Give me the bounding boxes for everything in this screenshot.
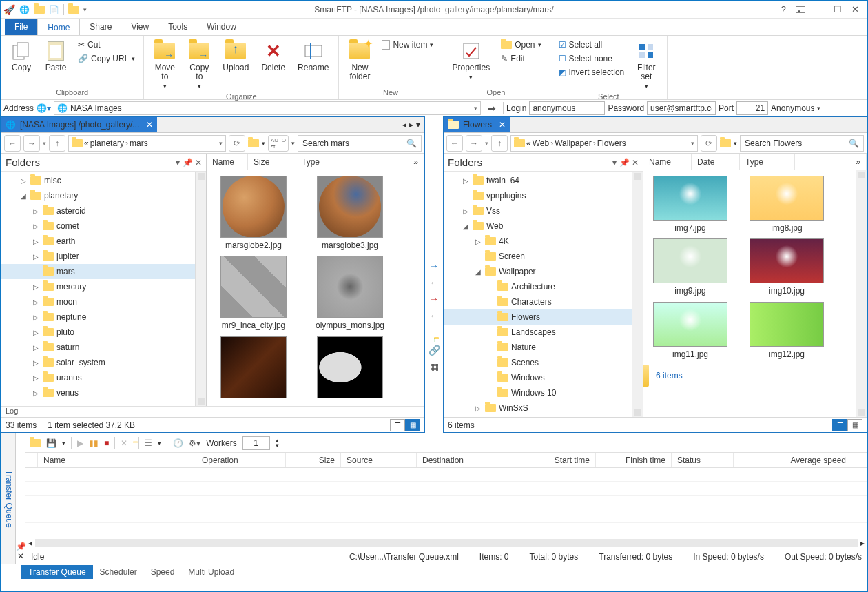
delete-button[interactable]: ✕Delete	[257, 39, 289, 74]
select-all-button[interactable]: ☑Select all	[556, 39, 628, 51]
go-button[interactable]: ➡	[484, 103, 500, 114]
clock-icon[interactable]: 🕐	[173, 438, 183, 448]
edit-button[interactable]: ✎Edit	[498, 52, 544, 65]
tab-home[interactable]: Home	[37, 19, 80, 35]
list-item[interactable]: img12.jpg	[745, 302, 828, 359]
view-details-button[interactable]: ☰	[390, 419, 405, 431]
history-dropdown[interactable]: ▾	[485, 140, 488, 147]
tree-item[interactable]: ◢Wallpaper	[444, 264, 632, 279]
tree-item[interactable]: ▷asteroid	[1, 203, 195, 218]
checklist-icon[interactable]: ☰	[145, 438, 152, 448]
password-field[interactable]	[647, 101, 716, 115]
forward-button[interactable]: →	[23, 135, 40, 152]
pin-icon[interactable]: 📌	[16, 542, 26, 551]
tab-multi-upload[interactable]: Multi Upload	[181, 565, 241, 579]
tree-item[interactable]: ▷WinSxS	[444, 400, 632, 416]
list-item[interactable]: marsglobe2.jpg	[212, 176, 295, 250]
tree-item[interactable]: ▷Vss	[444, 203, 632, 218]
thumbnail-grid[interactable]: img7.jpg img8.jpg img9.jpg img10.jpg img…	[643, 170, 856, 417]
tree-item[interactable]: ▷moon	[1, 294, 195, 309]
filter-set-button[interactable]: Filter set▾	[631, 39, 661, 91]
transfer-left-gray-icon[interactable]: ←	[429, 310, 439, 321]
layout-icon[interactable]: ▦	[430, 361, 439, 372]
tab-share[interactable]: Share	[80, 19, 121, 35]
select-none-button[interactable]: ☐Select none	[556, 52, 628, 65]
rename-button[interactable]: Rename	[293, 39, 333, 74]
history-dropdown[interactable]: ▾	[43, 140, 46, 147]
paste-button[interactable]: Paste	[41, 39, 71, 74]
list-item[interactable]: olympus_mons.jpg	[309, 256, 391, 330]
tree-item[interactable]: ◢Web	[444, 218, 632, 234]
open-icon[interactable]	[30, 439, 41, 447]
right-tab[interactable]: Flowers✕	[444, 117, 510, 132]
scrollbar[interactable]	[195, 172, 206, 406]
thumbnail-grid[interactable]: marsglobe2.jpg marsglobe3.jpg mr9_inca_c…	[207, 170, 424, 406]
scrollbar[interactable]	[632, 172, 643, 417]
transfer-right-red-icon[interactable]: →	[429, 294, 439, 305]
scroll-right-icon[interactable]: ▸	[858, 538, 867, 548]
search-input[interactable]: Search mars🔍	[298, 135, 422, 152]
tree-item[interactable]: Nature	[444, 340, 632, 355]
chevron-right-icon[interactable]: ▸	[409, 120, 413, 130]
chevron-left-icon[interactable]: ◂	[402, 120, 406, 130]
anonymous-label[interactable]: Anonymous	[771, 103, 814, 113]
transfer-left-icon[interactable]: ←	[429, 277, 439, 288]
tree-item[interactable]: ◢planetary	[1, 188, 195, 203]
cut-button[interactable]: ✂Cut	[75, 39, 138, 51]
tab-view[interactable]: View	[121, 19, 158, 35]
tree-item[interactable]: Characters	[444, 294, 632, 309]
tree-item[interactable]: Landscapes	[444, 325, 632, 340]
new-folder-button[interactable]: ✦New folder	[344, 39, 375, 83]
list-item[interactable]: img11.jpg	[649, 302, 732, 359]
queue-body[interactable]	[25, 468, 867, 538]
workers-field[interactable]	[242, 436, 270, 450]
column-headers[interactable]: Name Size Type »	[207, 154, 424, 170]
list-item[interactable]	[309, 336, 391, 401]
tab-transfer-queue[interactable]: Transfer Queue	[21, 565, 93, 579]
qat-folder-icon[interactable]	[34, 6, 45, 14]
properties-button[interactable]: Properties▾	[448, 39, 494, 82]
remove-icon[interactable]: ✕	[121, 438, 127, 448]
login-field[interactable]	[529, 101, 605, 115]
tab-scheduler[interactable]: Scheduler	[93, 565, 144, 579]
transfer-queue-vtab[interactable]: Transfer Queue	[1, 433, 16, 564]
tab-tools[interactable]: Tools	[158, 19, 197, 35]
tab-speed[interactable]: Speed	[144, 565, 182, 579]
list-item[interactable]: img8.jpg	[745, 176, 828, 233]
globe-icon[interactable]: 🌐▾	[37, 103, 51, 113]
back-button[interactable]: ←	[4, 135, 21, 152]
stop-icon[interactable]: ■	[104, 438, 109, 448]
tree-item[interactable]: Flowers	[444, 309, 632, 325]
list-item[interactable]: img10.jpg	[745, 238, 828, 296]
auto-button[interactable]: AUTO⇆	[268, 135, 289, 152]
copy-to-button[interactable]: →Copy to▾	[184, 39, 214, 91]
stepper-icon[interactable]: ▴▾	[276, 438, 279, 447]
tree-item[interactable]: Screen	[444, 249, 632, 264]
invert-selection-button[interactable]: ◩Invert selection	[556, 66, 628, 79]
settings-icon[interactable]: ⚙▾	[189, 438, 200, 448]
list-item[interactable]	[212, 336, 295, 401]
port-field[interactable]	[736, 101, 768, 115]
view-thumbs-button[interactable]: ▦	[405, 419, 420, 431]
list-item[interactable]: mr9_inca_city.jpg	[212, 256, 295, 330]
folder-summary[interactable]: 6 items	[649, 365, 732, 387]
new-item-button[interactable]: New item▾	[379, 39, 436, 51]
up-button[interactable]: ↑	[49, 135, 65, 152]
list-item[interactable]: marsglobe3.jpg	[309, 176, 391, 250]
link-panes-icon[interactable]: 🔗	[428, 345, 440, 356]
minimize-button[interactable]: —	[815, 4, 824, 14]
tree-item[interactable]: ▷pluto	[1, 325, 195, 340]
view-thumbs-button[interactable]: ▦	[847, 419, 862, 431]
tree-item[interactable]: ▷jupiter	[1, 249, 195, 264]
save-icon[interactable]: 💾	[46, 438, 56, 448]
queue-columns[interactable]: Name Operation Size Source Destination S…	[25, 453, 867, 468]
refresh-button[interactable]: ⟳	[701, 135, 717, 152]
tree-item[interactable]: ▷4K	[444, 234, 632, 249]
tree-item[interactable]: ▷saturn	[1, 340, 195, 355]
maximize-button[interactable]: ☐	[834, 4, 842, 14]
copy-url-button[interactable]: 🔗Copy URL▾	[75, 52, 138, 65]
tree-item[interactable]: ▷comet	[1, 218, 195, 234]
scrollbar[interactable]	[856, 170, 867, 417]
tree-item[interactable]: Scenes	[444, 355, 632, 370]
transfer-right-icon[interactable]: →	[429, 261, 439, 272]
